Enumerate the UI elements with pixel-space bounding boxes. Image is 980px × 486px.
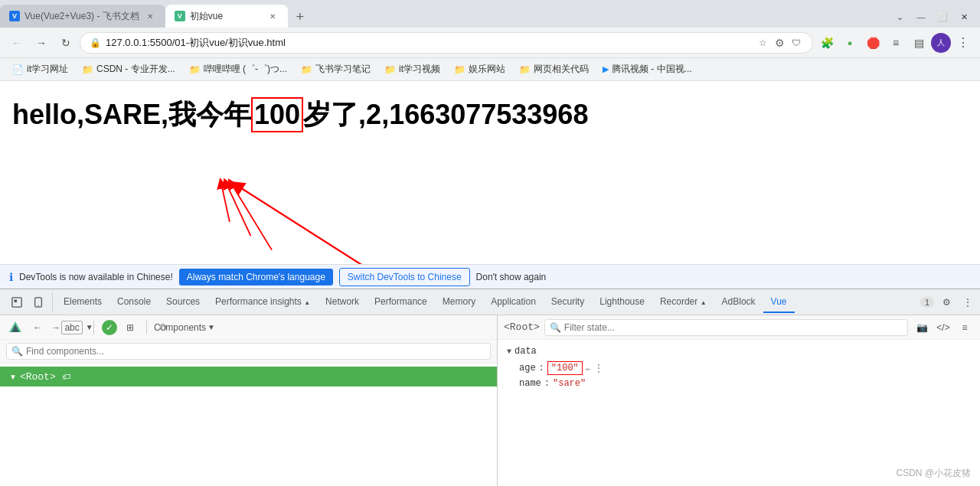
back-button[interactable]: ←: [6, 32, 28, 54]
age-row: age : "100" ✏ ⋮: [507, 360, 971, 377]
tab-search-btn[interactable]: ⌄: [890, 9, 910, 24]
vue-refresh-btn[interactable]: ✓: [102, 320, 117, 335]
tab-favicon-1: V: [9, 11, 20, 21]
bookmark-icon-4: 📁: [301, 64, 312, 75]
components-search-input[interactable]: [26, 346, 485, 357]
page-area: hello,SARE,我今年100岁了,2,1663077533968: [0, 81, 980, 486]
vue-abc-dropdown[interactable]: abc ▼: [69, 319, 86, 336]
address-text: 127.0.0.1:5500/01-初识vue/初识vue.html: [106, 36, 751, 50]
age-edit-icon[interactable]: ✏: [586, 364, 591, 373]
devtools-panel: Elements Console Sources Performance ins…: [0, 289, 980, 486]
close-btn[interactable]: ✕: [954, 9, 974, 24]
tab-controls: ⌄ — ⬜ ✕: [890, 9, 980, 28]
vue-grid-btn[interactable]: ⊞: [122, 319, 139, 336]
tab-console[interactable]: Console: [109, 292, 158, 313]
bookmark-it-study[interactable]: 📄 it学习网址: [6, 60, 74, 78]
new-tab-button[interactable]: +: [289, 6, 311, 28]
dismiss-button[interactable]: Don't show again: [476, 272, 547, 282]
forward-button[interactable]: →: [31, 32, 52, 54]
bookmark-web-code[interactable]: 📁 网页相关代码: [513, 60, 595, 78]
svg-line-1: [221, 183, 230, 222]
tab-recorder[interactable]: Recorder ▲: [652, 292, 714, 313]
mobile-toggle-btn[interactable]: [29, 293, 47, 311]
inspect-element-btn[interactable]: [8, 293, 26, 311]
shield-icon[interactable]: 🛡: [789, 36, 803, 50]
switch-devtools-button[interactable]: Switch DevTools to Chinese: [339, 268, 470, 286]
bookmark-star-icon[interactable]: ☆: [756, 36, 769, 50]
name-value: "sare": [553, 378, 586, 389]
vue-separator-2: [146, 321, 147, 334]
tab-security[interactable]: Security: [544, 292, 592, 313]
age-value: "100": [547, 361, 583, 375]
more-options-btn[interactable]: ≡: [956, 318, 974, 337]
devtools-tabs: Elements Console Sources Performance ins…: [0, 289, 980, 315]
vue-back-btn[interactable]: ←: [29, 319, 46, 336]
tab-initial-vue[interactable]: V 初始vue ✕: [165, 5, 288, 28]
tab-performance[interactable]: Performance: [367, 292, 435, 313]
tab-close-1[interactable]: ✕: [144, 10, 156, 22]
screenshot-btn[interactable]: 📷: [913, 318, 931, 337]
devtools-settings-btn[interactable]: ⚙: [937, 293, 956, 311]
vue-components-dropdown[interactable]: Components▼: [176, 319, 193, 336]
vue-nav-btns: ← →: [29, 319, 64, 336]
tree-arrow-root: ▼: [9, 373, 17, 381]
notification-text: DevTools is now available in Chinese!: [19, 272, 173, 282]
bookmark-tencent-video[interactable]: ▶ 腾讯视频 - 中国视...: [596, 60, 698, 78]
tab-favicon-2: V: [175, 11, 185, 21]
extensions-btn[interactable]: 🧩: [816, 32, 838, 54]
list-icon[interactable]: ≡: [885, 32, 906, 54]
tab-vue[interactable]: Vue: [763, 292, 795, 313]
bookmark-bilibili[interactable]: 📁 哔哩哔哩 (゜-゜)つ...: [183, 60, 293, 78]
root-tag: 🏷: [62, 372, 70, 381]
tab-lighthouse[interactable]: Lighthouse: [592, 292, 652, 313]
address-box[interactable]: 🔒 127.0.0.1:5500/01-初识vue/初识vue.html ☆ ⚙…: [80, 32, 813, 54]
code-view-btn[interactable]: </>: [934, 318, 952, 337]
tab-memory[interactable]: Memory: [435, 292, 483, 313]
lock-icon: 🔒: [90, 38, 101, 48]
reload-button[interactable]: ↻: [55, 32, 77, 54]
address-bar-row: ← → ↻ 🔒 127.0.0.1:5500/01-初识vue/初识vue.ht…: [0, 28, 980, 58]
bookmark-feishu[interactable]: 📁 飞书学习笔记: [295, 60, 377, 78]
data-section-header[interactable]: ▼ data: [507, 346, 971, 357]
chrome-ext-1[interactable]: ●: [839, 32, 861, 54]
tab-elements[interactable]: Elements: [56, 292, 109, 313]
age-colon: :: [539, 363, 544, 373]
svg-point-8: [38, 305, 38, 305]
tree-item-root[interactable]: ▼ <Root> 🏷: [0, 367, 497, 387]
bookmark-csdn[interactable]: 📁 CSDN - 专业开发...: [76, 60, 181, 78]
minimize-btn[interactable]: —: [911, 9, 931, 24]
devtools-vertical-dots[interactable]: ⋮: [959, 293, 977, 311]
bookmark-icon-3: 📁: [189, 64, 201, 75]
console-badge: 1: [920, 297, 934, 308]
filter-state-wrap[interactable]: 🔍: [544, 319, 908, 336]
match-language-button[interactable]: Always match Chrome's language: [179, 269, 333, 285]
ublock-icon[interactable]: 🛑: [862, 32, 884, 54]
tab-vue-docs[interactable]: V Vue(Vue2+Vue3) - 飞书文档 ✕: [0, 5, 165, 28]
bookmark-label-6: 娱乐网站: [469, 63, 505, 76]
restore-btn[interactable]: ⬜: [933, 9, 952, 24]
tab-title-1: Vue(Vue2+Vue3) - 飞书文档: [24, 10, 139, 23]
tab-sources[interactable]: Sources: [158, 292, 207, 313]
tab-adblock[interactable]: AdBlock: [714, 292, 763, 313]
bookmark-icon-7: 📁: [519, 64, 531, 75]
tab-performance-insights[interactable]: Performance insights ▲: [207, 292, 318, 313]
name-key: name: [519, 378, 541, 389]
age-more-icon[interactable]: ⋮: [593, 362, 604, 375]
tab-close-2[interactable]: ✕: [266, 10, 279, 22]
text-after: 岁了,2,1663077533968: [303, 96, 588, 134]
menu-button[interactable]: ⋮: [952, 32, 974, 54]
components-tree: ▼ <Root> 🏷: [0, 364, 497, 486]
bookmark-label-5: it学习视频: [399, 63, 440, 76]
vue-logo: [6, 318, 24, 337]
text-before: hello,SARE,我今年: [12, 96, 251, 134]
sidebar-icon[interactable]: ▤: [908, 32, 929, 54]
filter-input-wrap[interactable]: 🔍: [6, 343, 491, 360]
tab-network[interactable]: Network: [318, 292, 367, 313]
bookmark-it-video[interactable]: 📁 it学习视频: [378, 60, 446, 78]
tab-application[interactable]: Application: [483, 292, 544, 313]
profile-button[interactable]: 人: [931, 33, 951, 53]
bookmark-entertainment[interactable]: 📁 娱乐网站: [448, 60, 511, 78]
vue-state-panel: <Root> 🔍 📷 </> ≡: [498, 315, 980, 486]
filter-state-input[interactable]: [564, 322, 903, 333]
extension-icon[interactable]: ⚙: [773, 36, 786, 50]
